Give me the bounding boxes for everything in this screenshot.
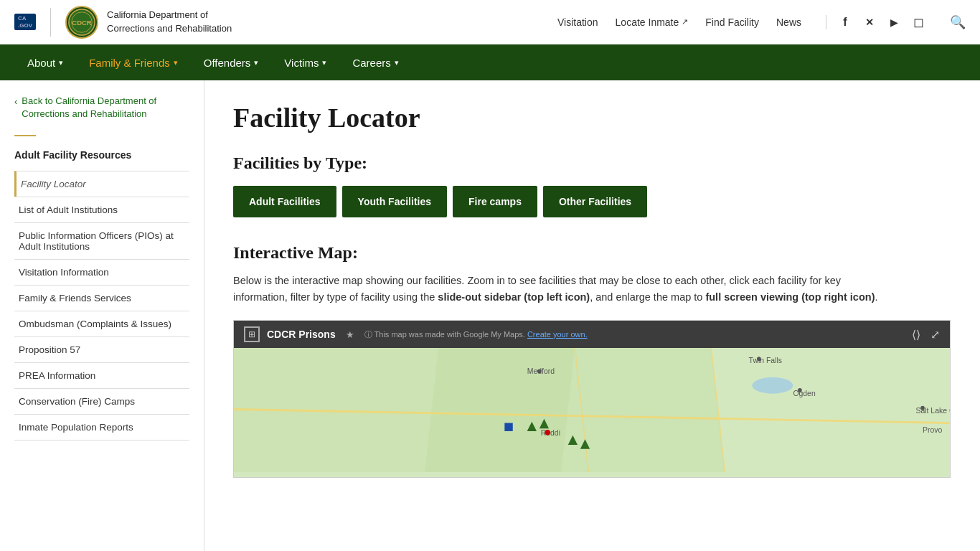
chevron-down-icon: ▾ bbox=[59, 58, 63, 67]
main-nav: About ▾ Family & Friends ▾ Offenders ▾ V… bbox=[0, 44, 980, 80]
sidebar-nav: Facility Locator List of Adult Instituti… bbox=[14, 171, 189, 441]
chevron-down-icon: ▾ bbox=[254, 58, 258, 67]
share-icon[interactable]: ⟨⟩ bbox=[912, 328, 920, 342]
social-icons: f ✕ ▶ ◻ bbox=[826, 15, 925, 29]
facebook-icon[interactable]: f bbox=[838, 15, 852, 29]
sidebar-item-prop57[interactable]: Proposition 57 bbox=[14, 337, 189, 362]
chevron-down-icon: ▾ bbox=[395, 58, 399, 67]
youth-facilities-button[interactable]: Youth Facilities bbox=[342, 186, 447, 217]
map-header-left: ⊞ CDCR Prisons ★ ⓘ This map was made wit… bbox=[244, 326, 588, 342]
list-item: Family & Friends Services bbox=[14, 285, 189, 311]
svg-text:Reddi: Reddi bbox=[541, 429, 560, 437]
svg-point-17 bbox=[545, 430, 550, 435]
svg-point-18 bbox=[798, 388, 802, 392]
department-seal: CDCR bbox=[65, 6, 98, 39]
chevron-down-icon: ▾ bbox=[174, 58, 178, 67]
svg-point-19 bbox=[920, 406, 925, 410]
list-item: Facility Locator bbox=[14, 171, 189, 197]
sidebar-item-pio[interactable]: Public Information Officers (PIOs) at Ad… bbox=[14, 223, 189, 259]
svg-point-4 bbox=[752, 377, 793, 394]
org-name: California Department of Corrections and… bbox=[107, 9, 232, 34]
sidebar-item-ombudsman[interactable]: Ombudsman (Complaints & Issues) bbox=[14, 311, 189, 336]
chevron-left-icon: ‹ bbox=[14, 95, 17, 108]
sidebar-item-list-institutions[interactable]: List of Adult Institutions bbox=[14, 197, 189, 222]
nav-offenders[interactable]: Offenders ▾ bbox=[191, 44, 272, 80]
svg-point-15 bbox=[757, 357, 761, 362]
main-content: Facility Locator Facilities by Type: Adu… bbox=[204, 80, 979, 551]
map-star-icon: ★ bbox=[346, 329, 354, 340]
interactive-map[interactable]: ⊞ CDCR Prisons ★ ⓘ This map was made wit… bbox=[233, 320, 951, 478]
sidebar-item-fire-camps[interactable]: Conservation (Fire) Camps bbox=[14, 389, 189, 414]
map-body: Twin Falls Medford Reddi Ogden Salt Lake… bbox=[234, 348, 950, 478]
sidebar-item-facility-locator[interactable]: Facility Locator bbox=[17, 171, 189, 197]
svg-text:CDCR: CDCR bbox=[72, 18, 92, 26]
map-title: CDCR Prisons bbox=[267, 329, 336, 340]
sidebar-item-family-services[interactable]: Family & Friends Services bbox=[14, 286, 189, 311]
list-item: Visitation Information bbox=[14, 259, 189, 285]
nav-victims[interactable]: Victims ▾ bbox=[271, 44, 339, 80]
sidebar-item-population-reports[interactable]: Inmate Population Reports bbox=[14, 415, 189, 440]
map-description: Below is the interactive map showing our… bbox=[233, 273, 879, 306]
map-header: ⊞ CDCR Prisons ★ ⓘ This map was made wit… bbox=[234, 321, 950, 348]
back-link[interactable]: ‹ Back to California Department of Corre… bbox=[14, 95, 189, 121]
find-facility-link[interactable]: Find Facility bbox=[705, 17, 759, 28]
facilities-section-title: Facilities by Type: bbox=[233, 154, 951, 173]
nav-careers[interactable]: Careers ▾ bbox=[339, 44, 411, 80]
list-item: List of Adult Institutions bbox=[14, 197, 189, 222]
facility-buttons: Adult Facilities Youth Facilities Fire c… bbox=[233, 186, 951, 217]
svg-text:Provo: Provo bbox=[923, 426, 942, 434]
ca-gov-badge: CA .GOV bbox=[14, 14, 36, 30]
list-item: Proposition 57 bbox=[14, 336, 189, 362]
locate-inmate-link[interactable]: Locate Inmate ↗ bbox=[616, 17, 689, 28]
page-layout: ‹ Back to California Department of Corre… bbox=[0, 80, 980, 551]
list-item: PREA Information bbox=[14, 362, 189, 388]
external-link-icon: ↗ bbox=[682, 17, 688, 27]
youtube-icon[interactable]: ▶ bbox=[887, 15, 901, 29]
nav-about[interactable]: About ▾ bbox=[14, 44, 76, 80]
svg-point-16 bbox=[537, 369, 542, 374]
search-button[interactable]: 🔍 bbox=[950, 14, 966, 30]
map-header-right: ⟨⟩ ⤢ bbox=[912, 328, 940, 342]
nav-family-friends[interactable]: Family & Friends ▾ bbox=[76, 44, 191, 80]
page-title: Facility Locator bbox=[233, 102, 951, 133]
svg-text:Twin Falls: Twin Falls bbox=[749, 357, 782, 364]
instagram-icon[interactable]: ◻ bbox=[911, 15, 925, 29]
fullscreen-icon[interactable]: ⤢ bbox=[930, 328, 940, 342]
list-item: Conservation (Fire) Camps bbox=[14, 388, 189, 414]
visitation-link[interactable]: Visitation bbox=[557, 17, 598, 28]
sidebar-divider bbox=[14, 135, 36, 136]
twitter-icon[interactable]: ✕ bbox=[862, 15, 877, 29]
map-section-title: Interactive Map: bbox=[233, 243, 951, 263]
svg-rect-22 bbox=[504, 423, 512, 431]
sidebar-item-visitation[interactable]: Visitation Information bbox=[14, 260, 189, 285]
create-own-link[interactable]: Create your own. bbox=[527, 330, 588, 339]
adult-facilities-button[interactable]: Adult Facilities bbox=[233, 186, 336, 217]
sidebar-section-title: Adult Facility Resources bbox=[14, 149, 189, 161]
other-facilities-button[interactable]: Other Facilities bbox=[543, 186, 647, 217]
news-link[interactable]: News bbox=[776, 17, 801, 28]
map-sidebar-icon[interactable]: ⊞ bbox=[244, 326, 260, 342]
map-info-text: ⓘ This map was made with Google My Maps.… bbox=[364, 329, 588, 340]
top-bar: CA .GOV CDCR California Department of Co… bbox=[0, 0, 980, 44]
sidebar: ‹ Back to California Department of Corre… bbox=[0, 80, 204, 551]
list-item: Inmate Population Reports bbox=[14, 414, 189, 441]
chevron-down-icon: ▾ bbox=[322, 58, 326, 67]
top-nav: Visitation Locate Inmate ↗ Find Facility… bbox=[557, 14, 966, 30]
divider bbox=[50, 8, 51, 37]
svg-text:Ogden: Ogden bbox=[793, 390, 816, 397]
map-terrain-svg: Twin Falls Medford Reddi Ogden Salt Lake… bbox=[234, 348, 950, 472]
list-item: Public Information Officers (PIOs) at Ad… bbox=[14, 222, 189, 259]
sidebar-item-prea[interactable]: PREA Information bbox=[14, 363, 189, 388]
list-item: Ombudsman (Complaints & Issues) bbox=[14, 311, 189, 336]
logo-area: CA .GOV CDCR California Department of Co… bbox=[14, 6, 557, 39]
fire-camps-button[interactable]: Fire camps bbox=[453, 186, 537, 217]
